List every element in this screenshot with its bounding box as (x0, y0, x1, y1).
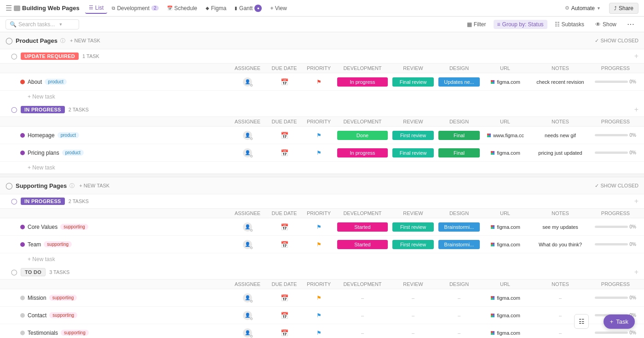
filter-button[interactable]: ▦ Filter (463, 20, 490, 29)
more-options-button[interactable]: ··· (624, 20, 638, 29)
cell-url-pricing[interactable]: figma.com (482, 150, 528, 156)
cell-assignee-team[interactable]: 👤⚙ (229, 240, 266, 249)
cell-review-about[interactable]: Final review (390, 77, 436, 87)
task-link-team[interactable]: Team (28, 241, 41, 248)
gear-icon-about: ⚙ (250, 83, 253, 87)
cell-duedate-team[interactable]: 📅 (266, 241, 303, 248)
tab-schedule[interactable]: 📅 Schedule (163, 3, 201, 13)
cell-priority-testimonials[interactable]: ⚑ (303, 330, 335, 336)
task-link-core-values[interactable]: Core Values (28, 224, 58, 230)
assignee-icon-about[interactable]: 👤 ⚙ (243, 77, 252, 87)
task-link-mission[interactable]: Mission (28, 295, 46, 301)
task-tag-homepage: product (58, 132, 79, 138)
cell-url-team[interactable]: figma.com (482, 242, 528, 247)
group-toggle-in-progress-1[interactable]: ◯ (11, 106, 17, 113)
cell-duedate-testimonials[interactable]: 📅 (266, 329, 303, 337)
cell-design-about[interactable]: Updates ne... (436, 77, 482, 87)
cell-priority-contact[interactable]: ⚑ (303, 312, 335, 319)
cell-priority-about[interactable]: ⚑ (303, 79, 335, 85)
group-toggle-update-required[interactable]: ◯ (11, 53, 17, 59)
assignee-icon-homepage[interactable]: 👤 ⚙ (243, 131, 252, 140)
cell-priority-core-values[interactable]: ⚑ (303, 224, 335, 230)
section-title-product: Product Pages (16, 37, 58, 44)
group-toggle-to-do[interactable]: ◯ (11, 269, 17, 275)
group-add-btn-in-progress-1[interactable]: + (634, 105, 638, 114)
tab-figma[interactable]: ◆ Figma (202, 3, 230, 13)
tab-gantt[interactable]: ▮ Gantt ● (231, 3, 265, 14)
search-box[interactable]: 🔍 Search tasks... ▼ (6, 19, 79, 29)
grid-view-button[interactable]: ☷ (574, 314, 589, 329)
section-toggle-product[interactable]: ◯ (6, 37, 13, 44)
cell-review-homepage[interactable]: First review (390, 131, 436, 140)
cell-duedate-homepage[interactable]: 📅 (266, 132, 303, 139)
fab-task-button[interactable]: + Task (604, 315, 635, 329)
task-link-pricing[interactable]: Pricing plans (28, 150, 59, 156)
tab-development[interactable]: ⧉ Development 2 (108, 3, 162, 13)
cell-url-about[interactable]: figma.com (482, 79, 528, 85)
cell-priority-pricing[interactable]: ⚑ (303, 150, 335, 156)
group-by-status-button[interactable]: ≡ Group by: Status (494, 20, 547, 29)
task-link-testimonials[interactable]: Testimonials (28, 330, 58, 336)
new-task-btn-product-update[interactable]: + New task (0, 91, 644, 103)
cell-design-core-values[interactable]: Brainstormi... (436, 222, 482, 232)
new-task-btn-product-inprogress[interactable]: + New task (0, 162, 644, 174)
show-button[interactable]: 👁 Show (592, 20, 620, 29)
cell-development-core-values[interactable]: Started (335, 222, 390, 232)
group-add-btn-in-progress-2[interactable]: + (634, 197, 638, 205)
section-new-task-supporting[interactable]: + NEW TASK (79, 183, 109, 188)
svg-rect-0 (491, 80, 493, 82)
cell-development-pricing[interactable]: In progress (335, 148, 390, 157)
show-closed-product[interactable]: ✓ SHOW CLOSED (595, 38, 638, 44)
cell-development-team[interactable]: Started (335, 240, 390, 249)
grid-menu-icon[interactable]: ☰ (6, 4, 12, 12)
cell-priority-team[interactable]: ⚑ (303, 241, 335, 248)
cell-assignee-core-values[interactable]: 👤⚙ (229, 222, 266, 232)
cell-url-mission[interactable]: figma.com (482, 295, 528, 301)
cell-url-core-values[interactable]: figma.com (482, 224, 528, 230)
section-info-supporting[interactable]: ⓘ (69, 182, 75, 189)
group-toggle-in-progress-2[interactable]: ◯ (11, 198, 17, 204)
cell-assignee-about[interactable]: 👤 ⚙ (229, 77, 266, 87)
task-link-contact[interactable]: Contact (28, 312, 46, 319)
cell-assignee-pricing[interactable]: 👤⚙ (229, 148, 266, 157)
cell-url-testimonials[interactable]: figma.com (482, 330, 528, 336)
cell-priority-mission[interactable]: ⚑ (303, 295, 335, 301)
tab-list[interactable]: ☰ List (85, 3, 108, 14)
cell-review-team[interactable]: First review (390, 240, 436, 249)
section-new-task-product[interactable]: + NEW TASK (70, 38, 100, 43)
automate-button[interactable]: ⚙ Automate ▼ (560, 3, 605, 13)
section-toggle-supporting[interactable]: ◯ (6, 182, 13, 189)
tab-add-view[interactable]: + View (266, 3, 290, 13)
task-link-about[interactable]: About (28, 79, 42, 85)
cell-duedate-core-values[interactable]: 📅 (266, 223, 303, 231)
cell-design-pricing[interactable]: Final (436, 148, 482, 157)
cell-design-team[interactable]: Brainstormi... (436, 240, 482, 249)
group-add-btn-update-required[interactable]: + (634, 52, 638, 60)
cell-design-homepage[interactable]: Final (436, 131, 482, 140)
cell-assignee-contact[interactable]: 👤⚙ (229, 311, 266, 320)
cell-development-mission: – (335, 295, 390, 301)
cell-duedate-contact[interactable]: 📅 (266, 312, 303, 319)
breadcrumb-title: Building Web Pages (22, 5, 80, 12)
new-task-btn-supporting-inprogress[interactable]: + New task (0, 253, 644, 265)
section-info-product[interactable]: ⓘ (60, 37, 65, 44)
cell-assignee-homepage[interactable]: 👤 ⚙ (229, 131, 266, 140)
subtasks-button[interactable]: ☷ Subtasks (551, 20, 588, 29)
cell-duedate-pricing[interactable]: 📅 (266, 149, 303, 157)
cell-assignee-testimonials[interactable]: 👤⚙ (229, 328, 266, 338)
cell-assignee-mission[interactable]: 👤⚙ (229, 293, 266, 303)
task-link-homepage[interactable]: Homepage (28, 132, 55, 139)
cell-review-core-values[interactable]: First review (390, 222, 436, 232)
cell-duedate-mission[interactable]: 📅 (266, 294, 303, 302)
show-closed-supporting[interactable]: ✓ SHOW CLOSED (595, 183, 638, 189)
cell-development-about[interactable]: In progress (335, 77, 390, 87)
cell-priority-homepage[interactable]: ⚑ (303, 132, 335, 139)
cell-url-contact[interactable]: figma.com (482, 313, 528, 318)
share-button[interactable]: ⤴ Share (609, 3, 638, 14)
cell-notes-mission: – (528, 295, 592, 301)
cell-duedate-about[interactable]: 📅 (266, 78, 303, 86)
cell-url-homepage[interactable]: www.figma.cc (482, 133, 528, 138)
cell-review-pricing[interactable]: Final review (390, 148, 436, 157)
cell-development-homepage[interactable]: Done (335, 131, 390, 140)
group-add-btn-to-do[interactable]: + (634, 268, 638, 276)
